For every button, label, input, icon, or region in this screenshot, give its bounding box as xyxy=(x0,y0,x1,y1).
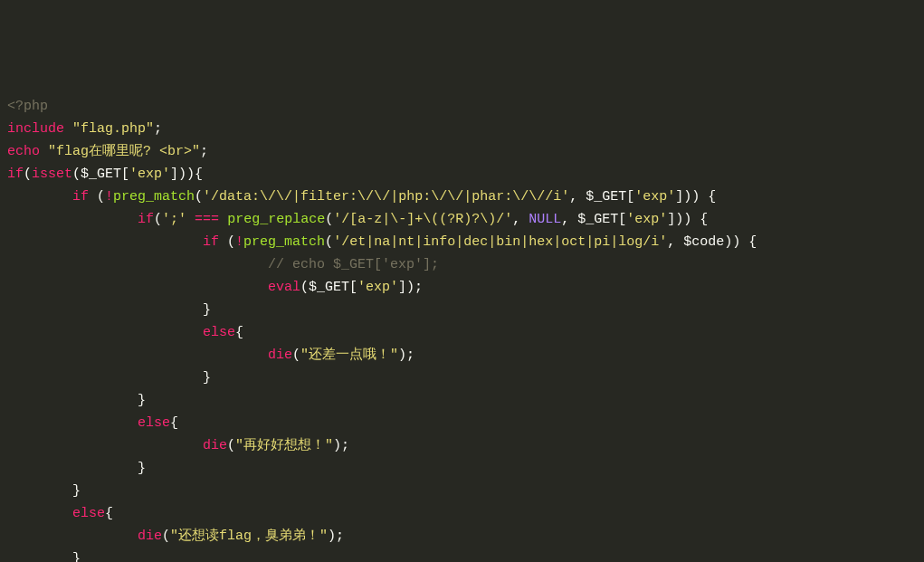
code-token: if xyxy=(7,167,24,182)
code-token: } xyxy=(7,393,146,408)
code-token xyxy=(219,212,227,227)
code-token: ; xyxy=(200,144,208,159)
code-line: else{ xyxy=(7,502,917,525)
code-token: 'exp' xyxy=(634,189,675,205)
code-line: die("还差一点哦！"); xyxy=(7,344,917,367)
code-token: { xyxy=(105,506,113,521)
code-token: // echo $_GET['exp']; xyxy=(268,257,439,272)
code-line: include "flag.php"; xyxy=(7,118,917,140)
code-token xyxy=(7,257,268,272)
code-token: ( xyxy=(325,234,333,250)
code-line: die("再好好想想！"); xyxy=(7,434,917,457)
code-token: else xyxy=(203,325,235,340)
code-token: die xyxy=(268,348,292,363)
code-token: ( xyxy=(89,189,105,205)
code-token xyxy=(40,144,48,159)
code-token xyxy=(7,325,203,340)
code-line: else{ xyxy=(7,412,917,434)
code-line: if (!preg_match('/et|na|nt|info|dec|bin|… xyxy=(7,231,917,253)
code-token: } xyxy=(7,370,211,386)
code-token: ! xyxy=(235,234,243,250)
code-token: preg_match xyxy=(113,189,195,205)
code-token: { xyxy=(235,325,243,340)
code-token: "flag在哪里呢? <br>" xyxy=(48,144,200,159)
code-token: NULL xyxy=(529,212,561,227)
code-line: eval($_GET['exp']); xyxy=(7,276,917,299)
code-token: die xyxy=(138,529,162,544)
code-token: , $_GET[ xyxy=(561,212,626,227)
code-line: echo "flag在哪里呢? <br>"; xyxy=(7,140,917,163)
code-line: die("还想读flag，臭弟弟！"); xyxy=(7,525,917,548)
code-token xyxy=(7,415,138,431)
code-token xyxy=(7,280,268,295)
code-token: , xyxy=(512,212,529,227)
code-token: else xyxy=(72,506,105,521)
code-token: ! xyxy=(105,189,113,205)
code-token: preg_match xyxy=(243,234,325,250)
code-token: ';' xyxy=(162,212,186,227)
code-token: ; xyxy=(154,121,162,137)
code-line: } xyxy=(7,457,917,480)
code-token: ]); xyxy=(398,280,423,295)
code-token: ])) { xyxy=(675,189,716,205)
code-token: ])) { xyxy=(667,212,708,227)
code-token: 'exp' xyxy=(357,280,398,295)
code-token: if xyxy=(138,212,154,227)
code-line: } xyxy=(7,299,917,321)
code-token: , $_GET[ xyxy=(569,189,634,205)
code-token: ( xyxy=(325,212,333,227)
code-token xyxy=(7,234,203,250)
code-token: } xyxy=(7,461,146,476)
code-token: if xyxy=(203,234,219,250)
code-token xyxy=(7,189,72,205)
code-token: ( xyxy=(219,234,235,250)
code-token: isset xyxy=(32,167,72,182)
code-token: '/et|na|nt|info|dec|bin|hex|oct|pi|log/i… xyxy=(333,234,667,250)
code-line: if(';' === preg_replace('/[a-z|\-]+\((?R… xyxy=(7,208,917,231)
code-token xyxy=(186,212,195,227)
code-token xyxy=(7,348,268,363)
code-line: // echo $_GET['exp']; xyxy=(7,253,917,276)
code-token xyxy=(7,529,138,544)
code-token xyxy=(7,438,203,453)
code-token: include xyxy=(7,121,64,137)
code-token: ( xyxy=(154,212,162,227)
code-token xyxy=(7,212,138,227)
code-token: } xyxy=(7,302,211,318)
code-line: else{ xyxy=(7,321,917,344)
code-line: } xyxy=(7,548,917,562)
code-block: <?phpinclude "flag.php";echo "flag在哪里呢? … xyxy=(7,95,917,562)
code-token: eval xyxy=(268,280,300,295)
code-token: , $code)) { xyxy=(667,234,757,250)
code-line: <?php xyxy=(7,95,917,118)
code-token: '/data:\/\/|filter:\/\/|php:\/\/|phar:\/… xyxy=(203,189,569,205)
code-token: === xyxy=(195,212,219,227)
code-token: ); xyxy=(328,529,344,544)
code-token xyxy=(7,506,72,521)
code-token: ); xyxy=(333,438,349,453)
code-line: } xyxy=(7,389,917,412)
code-token: else xyxy=(138,415,170,431)
code-token: "再好好想想！" xyxy=(235,438,333,453)
code-token: ( xyxy=(162,529,170,544)
code-token: ); xyxy=(398,348,414,363)
code-token: '/[a-z|\-]+\((?R)?\)/' xyxy=(333,212,512,227)
code-line: } xyxy=(7,480,917,502)
code-token: 'exp' xyxy=(626,212,667,227)
code-token: ($_GET[ xyxy=(300,280,357,295)
code-token: } xyxy=(7,551,81,562)
code-token: { xyxy=(170,415,178,431)
code-token: ( xyxy=(227,438,235,453)
code-token: if xyxy=(72,189,89,205)
code-token: preg_replace xyxy=(227,212,325,227)
code-token: ($_GET[ xyxy=(72,167,129,182)
code-token: ( xyxy=(292,348,300,363)
code-token: "还差一点哦！" xyxy=(300,348,398,363)
code-token: echo xyxy=(7,144,40,159)
code-token: 'exp' xyxy=(129,167,170,182)
code-token: die xyxy=(203,438,227,453)
code-token xyxy=(64,121,72,137)
code-line: if(isset($_GET['exp'])){ xyxy=(7,163,917,186)
code-line: } xyxy=(7,367,917,389)
code-token: <?php xyxy=(7,99,48,114)
